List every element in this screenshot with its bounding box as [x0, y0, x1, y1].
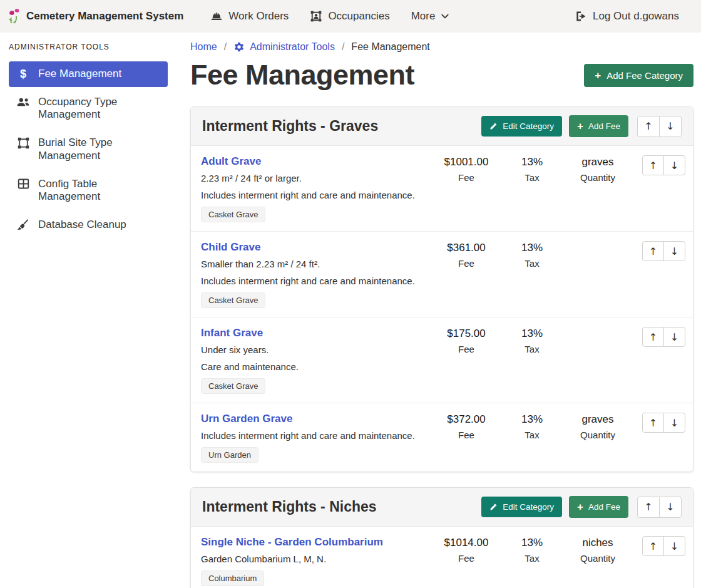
- fee-quantity: graves: [561, 413, 635, 426]
- fee-quantity-col: [561, 241, 635, 242]
- move-fee-down-button[interactable]: ↓: [663, 413, 685, 433]
- nav-occupancies[interactable]: Occupancies: [299, 0, 400, 33]
- dollar-icon: $: [16, 68, 30, 80]
- fee-tax: 13%: [503, 242, 561, 254]
- edit-category-button[interactable]: Edit Category: [481, 497, 562, 517]
- logout-label: Log Out d.gowans: [593, 10, 679, 23]
- sidebar-item-config-table[interactable]: Config Table Management: [9, 172, 168, 210]
- fee-quantity-label: Quantity: [561, 172, 635, 183]
- fee-amount-col: $1014.00 Fee: [429, 536, 503, 564]
- fee-tax-col: 13% Tax: [503, 413, 561, 440]
- sidebar-item-label: Config Table Management: [38, 178, 160, 204]
- sidebar-item-label: Burial Site Type Management: [38, 137, 160, 162]
- fee-name-link[interactable]: Urn Garden Grave: [201, 413, 292, 425]
- sidebar-item-fee-management[interactable]: $ Fee Management: [9, 61, 168, 87]
- fee-tag: Casket Grave: [201, 207, 265, 222]
- fee-tax: 13%: [503, 156, 561, 168]
- fee-quantity-label: Quantity: [561, 553, 635, 564]
- category-reorder-group: ↑ ↓: [637, 497, 682, 518]
- fee-tag: Columbarium: [201, 570, 264, 586]
- fee-name-link[interactable]: Adult Grave: [201, 155, 261, 168]
- breadcrumb-current: Fee Management: [351, 41, 429, 53]
- add-fee-button[interactable]: + Add Fee: [569, 115, 628, 137]
- fee-tax: 13%: [503, 328, 561, 340]
- nav-occupancies-label: Occupancies: [328, 10, 389, 23]
- fee-row-adult-grave: Adult Grave 2.23 m² / 24 ft² or larger. …: [191, 146, 693, 232]
- logout-button[interactable]: Log Out d.gowans: [564, 0, 690, 33]
- move-category-up-button[interactable]: ↑: [637, 497, 660, 518]
- occupant-frame-icon: [310, 10, 322, 23]
- nav-more[interactable]: More: [401, 0, 461, 33]
- move-fee-down-button[interactable]: ↓: [663, 241, 685, 261]
- breadcrumb-admin-tools-link[interactable]: Administrator Tools: [233, 41, 335, 53]
- fee-description: Care and maintenance.: [201, 361, 423, 372]
- fee-quantity: niches: [561, 537, 635, 549]
- fee-tag: Urn Garden: [201, 447, 258, 463]
- move-category-up-button[interactable]: ↑: [637, 116, 660, 137]
- fee-rows: Single Niche - Garden Columbarium Garden…: [191, 527, 693, 588]
- fee-amount-col: $1001.00 Fee: [429, 155, 503, 183]
- fee-description: Includes interment right and care and ma…: [201, 430, 423, 441]
- fee-reorder-group: ↑ ↓: [642, 413, 685, 433]
- move-fee-down-button[interactable]: ↓: [663, 155, 685, 175]
- fee-amount: $1014.00: [429, 537, 503, 549]
- fee-amount-label: Fee: [429, 553, 503, 564]
- fee-name-link[interactable]: Single Niche - Garden Columbarium: [201, 536, 383, 549]
- nav-more-label: More: [411, 10, 436, 23]
- fee-description: 2.23 m² / 24 ft² or larger.: [201, 173, 423, 183]
- breadcrumb-separator: /: [342, 41, 344, 53]
- add-fee-category-button[interactable]: + Add Fee Category: [584, 64, 693, 87]
- move-category-down-button[interactable]: ↓: [659, 116, 682, 137]
- add-fee-label: Add Fee: [588, 121, 620, 131]
- fee-quantity-col: niches Quantity: [561, 536, 635, 564]
- fee-reorder-group: ↑ ↓: [642, 536, 685, 556]
- fee-quantity-col: graves Quantity: [561, 413, 635, 440]
- brand-title: Cemetery Management System: [26, 10, 183, 23]
- fee-description: Smaller than 2.23 m² / 24 ft².: [201, 259, 423, 269]
- logout-icon: [575, 10, 587, 23]
- move-fee-up-button[interactable]: ↑: [642, 536, 664, 556]
- plus-icon: +: [577, 121, 583, 132]
- category-title: Interment Rights - Niches: [202, 498, 474, 515]
- nav-work-orders[interactable]: Work Orders: [200, 0, 299, 33]
- sidebar: ADMINISTRATOR TOOLS $ Fee Management Occ…: [0, 33, 175, 588]
- move-fee-down-button[interactable]: ↓: [663, 327, 685, 347]
- fee-reorder-group: ↑ ↓: [642, 155, 685, 175]
- fee-rows: Adult Grave 2.23 m² / 24 ft² or larger. …: [191, 146, 693, 472]
- fee-row-infant-grave: Infant Grave Under six years. Care and m…: [191, 317, 693, 403]
- sidebar-item-database-cleanup[interactable]: Database Cleanup: [9, 212, 168, 238]
- fee-amount-col: $175.00 Fee: [429, 327, 503, 354]
- move-category-down-button[interactable]: ↓: [659, 497, 682, 518]
- move-fee-up-button[interactable]: ↑: [642, 413, 664, 433]
- pencil-icon: [489, 122, 498, 130]
- users-icon: [16, 96, 30, 108]
- breadcrumb-home-link[interactable]: Home: [190, 41, 217, 53]
- chevron-down-icon: [441, 12, 449, 21]
- pencil-icon: [489, 503, 498, 511]
- app-brand[interactable]: Cemetery Management System: [8, 9, 183, 24]
- fee-quantity: graves: [561, 156, 635, 168]
- sidebar-item-occupancy-type[interactable]: Occupancy Type Management: [9, 90, 168, 128]
- fee-amount: $361.00: [429, 242, 503, 254]
- fee-tax-col: 13% Tax: [503, 155, 561, 183]
- fee-tax-col: 13% Tax: [503, 241, 561, 269]
- move-fee-up-button[interactable]: ↑: [642, 241, 664, 261]
- category-header: Interment Rights - Niches Edit Category …: [191, 488, 693, 527]
- fee-row-urn-garden-grave: Urn Garden Grave Includes interment righ…: [191, 403, 693, 472]
- fee-tax-label: Tax: [503, 172, 561, 183]
- sidebar-heading: ADMINISTRATOR TOOLS: [9, 43, 168, 51]
- move-fee-down-button[interactable]: ↓: [663, 536, 685, 556]
- fee-name-link[interactable]: Child Grave: [201, 241, 260, 254]
- fee-description: Includes interment right and care and ma…: [201, 190, 423, 200]
- fee-category-card-niches: Interment Rights - Niches Edit Category …: [190, 487, 693, 588]
- move-fee-up-button[interactable]: ↑: [642, 327, 664, 347]
- fee-name-link[interactable]: Infant Grave: [201, 327, 263, 339]
- edit-category-button[interactable]: Edit Category: [481, 116, 562, 137]
- sidebar-item-burial-site-type[interactable]: Burial Site Type Management: [9, 130, 168, 168]
- fee-tag: Casket Grave: [201, 292, 265, 308]
- hard-hat-icon: [210, 10, 223, 23]
- move-fee-up-button[interactable]: ↑: [642, 155, 664, 175]
- main-content: Home / Administrator Tools / Fee Managem…: [175, 33, 701, 588]
- fee-tax-label: Tax: [503, 344, 561, 354]
- add-fee-button[interactable]: + Add Fee: [569, 496, 628, 518]
